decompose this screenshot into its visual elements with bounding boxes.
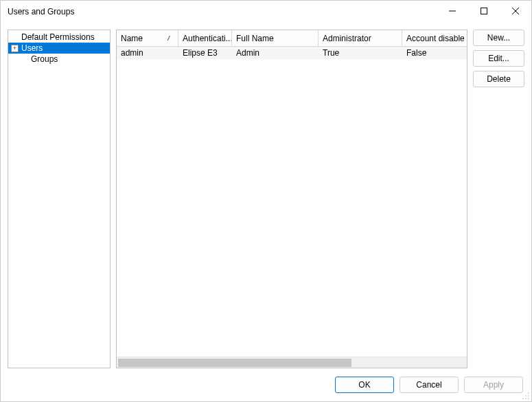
- svg-point-5: [525, 395, 527, 397]
- column-label: Administrator: [323, 34, 371, 43]
- dialog-content: Default Permissions + Users Groups Name …: [1, 23, 531, 368]
- svg-point-8: [525, 398, 527, 399]
- tree-item-users[interactable]: + Users: [8, 43, 110, 54]
- column-label: Full Name: [236, 34, 274, 43]
- edit-button[interactable]: Edit...: [473, 50, 524, 67]
- window-title: Users and Groups: [8, 7, 437, 16]
- main-area: Name / Authenticati... Full Name Adminis…: [116, 30, 524, 368]
- column-header-full-name[interactable]: Full Name: [232, 30, 319, 46]
- column-header-authentication[interactable]: Authenticati...: [178, 30, 232, 46]
- tree-panel[interactable]: Default Permissions + Users Groups: [8, 30, 111, 368]
- resize-grip-icon[interactable]: [522, 392, 530, 400]
- expand-plus-icon[interactable]: +: [11, 45, 19, 52]
- svg-rect-1: [481, 8, 487, 14]
- cancel-button[interactable]: Cancel: [400, 377, 459, 393]
- minimize-icon: [449, 8, 456, 14]
- cell-administrator: True: [319, 47, 402, 59]
- tree-item-groups[interactable]: Groups: [8, 54, 110, 65]
- svg-point-4: [528, 392, 529, 394]
- column-header-administrator[interactable]: Administrator: [319, 30, 402, 46]
- horizontal-scrollbar[interactable]: [117, 357, 467, 368]
- table-body[interactable]: admin Elipse E3 Admin True False: [117, 47, 467, 357]
- close-icon: [512, 8, 519, 14]
- close-button[interactable]: [500, 1, 531, 21]
- new-button[interactable]: New...: [473, 30, 524, 46]
- titlebar: Users and Groups: [1, 1, 531, 23]
- cell-authentication: Elipse E3: [178, 47, 232, 59]
- delete-button[interactable]: Delete: [473, 71, 524, 87]
- column-label: Authenticati...: [183, 34, 232, 43]
- tree-label: Users: [21, 43, 43, 53]
- cell-name: admin: [117, 47, 178, 59]
- users-table: Name / Authenticati... Full Name Adminis…: [116, 30, 467, 368]
- cell-full-name: Admin: [232, 47, 319, 59]
- column-label: Account disabled: [406, 34, 464, 43]
- window-controls: [437, 1, 531, 23]
- maximize-icon: [481, 8, 487, 14]
- scrollbar-thumb[interactable]: [118, 359, 351, 367]
- apply-button: Apply: [464, 377, 523, 393]
- tree-label: Default Permissions: [21, 32, 95, 42]
- svg-point-6: [528, 395, 529, 397]
- column-header-name[interactable]: Name /: [117, 30, 178, 46]
- table-row[interactable]: admin Elipse E3 Admin True False: [117, 47, 467, 59]
- tree-item-default-permissions[interactable]: Default Permissions: [8, 32, 110, 43]
- cell-account-disabled: False: [402, 47, 464, 59]
- table-header: Name / Authenticati... Full Name Adminis…: [117, 30, 467, 47]
- dialog-footer: OK Cancel Apply: [1, 368, 531, 401]
- side-button-panel: New... Edit... Delete: [473, 30, 524, 368]
- minimize-button[interactable]: [437, 1, 468, 21]
- svg-point-9: [528, 398, 529, 399]
- column-label: Name: [121, 34, 143, 43]
- ok-button[interactable]: OK: [335, 377, 394, 393]
- sort-asc-icon: /: [167, 35, 176, 42]
- maximize-button[interactable]: [468, 1, 500, 21]
- svg-point-7: [522, 398, 524, 399]
- tree-label: Groups: [31, 54, 58, 64]
- column-header-account-disabled[interactable]: Account disabled: [402, 30, 464, 46]
